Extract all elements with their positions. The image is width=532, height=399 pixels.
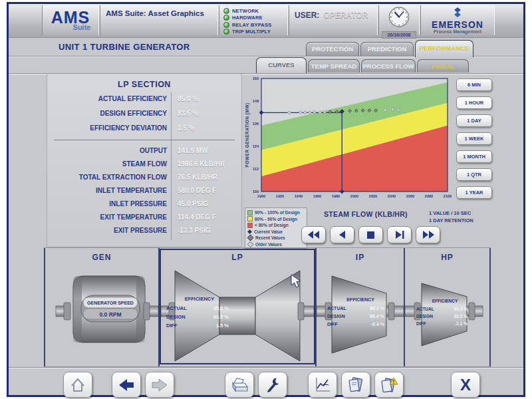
svg-text:1920: 1920 — [276, 194, 284, 198]
legend-label: < 80% of Design — [255, 223, 289, 227]
hardware-led-label: HARDWARE — [232, 15, 263, 21]
report-icon — [346, 376, 365, 394]
row-value: 141.9 MW — [178, 147, 208, 154]
step-forward-button[interactable] — [387, 226, 412, 243]
time-button-1hour[interactable]: 1 HOUR — [456, 96, 492, 109]
lp-actual-value: 85.0 % — [213, 305, 229, 311]
tab-curves[interactable]: CURVES — [256, 57, 307, 73]
rewind-button[interactable] — [301, 226, 326, 243]
lp-row-total-extraction-flow: TOTAL EXTRACTION FLOW76.5 KLB/HR — [47, 174, 241, 186]
lp-diff-label: DIFF — [166, 323, 178, 329]
lp-section-title: LP SECTION — [47, 80, 241, 89]
print-button[interactable] — [225, 372, 254, 398]
lp-row-exit-temperature: EXIT TEMPERATURE114.4 DEG F — [47, 213, 241, 225]
forward-button[interactable] — [145, 372, 174, 398]
ip-design-label: DESIGN — [327, 314, 345, 319]
lp-row-output: OUTPUT141.9 MW — [47, 147, 241, 159]
row-value: 1986.6 KLB/HR — [178, 160, 225, 168]
tab-protection[interactable]: PROTECTION — [306, 42, 359, 56]
exit-x-label: X — [460, 376, 471, 394]
row-label: INLET TEMPERATURE — [96, 187, 167, 194]
back-button[interactable] — [112, 372, 141, 398]
time-button-1year[interactable]: 1 YEAR — [456, 186, 492, 199]
forward-arrow-icon — [151, 378, 168, 392]
lp-row-design-efficiency: DESIGN EFFICIENCY83.5 % — [47, 110, 241, 122]
lp-row-inlet-pressure: INLET PRESSURE45.0 PSIG — [47, 200, 241, 212]
user-value: OPERATOR — [323, 11, 368, 20]
fast-forward-button[interactable] — [416, 226, 440, 243]
row-label: OUTPUT — [140, 147, 167, 154]
time-button-1month[interactable]: 1 MONTH — [456, 150, 492, 163]
hardware-led-icon — [223, 15, 229, 21]
relay-bypass-led-label: RELAY BYPASS — [232, 22, 271, 28]
row-label: EFFICIENCY DEVIATION — [90, 124, 167, 132]
legend-current-diamond-icon — [247, 229, 252, 234]
lp-actual-label: ACTUAL — [166, 305, 187, 311]
tab-fiscal[interactable]: FISCAL — [417, 59, 469, 72]
status-row-relay-bypass: RELAY BYPASS — [223, 21, 287, 28]
home-icon — [69, 376, 86, 394]
svg-text:POWER GENERATION (MW): POWER GENERATION (MW) — [245, 102, 250, 167]
alarm-report-button[interactable] — [374, 372, 404, 398]
trend-button[interactable] — [308, 372, 337, 398]
tools-button[interactable] — [258, 372, 287, 398]
time-button-6min[interactable]: 6 MIN — [456, 78, 492, 91]
ip-design-value: 86.4 % — [370, 314, 385, 319]
legend-red-swatch-icon — [247, 223, 253, 228]
emerson-brand-name: EMERSON — [421, 21, 494, 29]
tab-temp-spread[interactable]: TEMP SPREAD — [308, 59, 360, 72]
hp-diff-value: -2.1 % — [455, 321, 467, 326]
home-button[interactable] — [63, 372, 92, 398]
wrench-icon — [264, 376, 281, 394]
performance-curve-chart[interactable]: 1900192019401960198020002020204020602080… — [243, 73, 457, 206]
lp-turbine-section[interactable]: LP EFFICIENCY ACTUAL 85.0 % DESIGN 83.5 … — [161, 248, 314, 366]
step-back-button[interactable] — [330, 226, 354, 243]
stop-button[interactable] — [358, 226, 383, 243]
tab-performance[interactable]: PERFORMANCE — [415, 40, 473, 57]
generator-speed-label: GENERATOR SPEED — [87, 301, 134, 305]
relay-bypass-led-icon — [223, 22, 229, 28]
hp-actual-label: ACTUAL — [416, 307, 434, 311]
legend-older-diamond-icon — [247, 241, 254, 247]
lp-turbine-title: LP — [161, 253, 314, 262]
turbine-train-panel: GEN GENERATOR SPEED 0.0 RPM LP — [44, 247, 491, 367]
row-label: ACTUAL EFFICIENCY — [98, 95, 167, 102]
lp-row-inlet-temperature: INLET TEMPERATURE580.0 DEG F — [47, 187, 241, 199]
emerson-logo-icon — [452, 7, 464, 18]
svg-text:136: 136 — [253, 122, 259, 126]
retention-note: 1 VALUE / 10 SEC 1 DAY RETENTION — [429, 209, 473, 224]
hp-turbine-section[interactable]: HP EFFICIENCY ACTUAL 81.4 % DESIGN 83.5 … — [405, 248, 489, 366]
row-value: 85.0 % — [178, 95, 198, 102]
divider — [9, 367, 523, 368]
svg-text:1960: 1960 — [313, 194, 321, 198]
lp-turbine-graphic: EFFICIENCY ACTUAL 85.0 % DESIGN 83.5 % D… — [161, 265, 314, 364]
status-row-hardware: HARDWARE — [223, 15, 287, 21]
ip-actual-label: ACTUAL — [327, 306, 346, 311]
time-button-1day[interactable]: 1 DAY — [456, 114, 492, 127]
status-row-trip-multiply: TRIP MULTIPLY — [223, 29, 287, 35]
svg-text:2080: 2080 — [425, 194, 433, 198]
divider — [489, 248, 491, 366]
ams-logo: AMS Suite — [42, 5, 99, 35]
emerson-brand-tagline: Process Management — [421, 29, 494, 34]
svg-text:1980: 1980 — [332, 194, 340, 198]
tab-process-flow[interactable]: PROCESS FLOW — [361, 59, 416, 72]
row-label: TOTAL EXTRACTION FLOW — [79, 174, 167, 181]
app-title: AMS Suite: Asset Graphics — [100, 5, 217, 17]
fast-forward-icon — [422, 231, 434, 239]
generator-section[interactable]: GEN GENERATOR SPEED 0.0 RPM — [45, 248, 158, 366]
main-window: AMS Suite AMS Suite: Asset Graphics NETW… — [7, 2, 525, 397]
stop-icon — [367, 231, 374, 239]
lp-diff-value: 1.5 % — [216, 323, 229, 329]
exit-button[interactable]: X — [451, 372, 480, 398]
row-label: STEAM FLOW — [122, 160, 167, 168]
tab-prediction[interactable]: PREDICTION — [360, 42, 414, 56]
ip-diff-label: DIFF — [327, 322, 338, 327]
clock-cell[interactable]: 20/10/2008 — [378, 5, 420, 35]
ip-turbine-section[interactable]: IP EFFICIENCY ACTUAL 86.0 % DESIGN 86.4 … — [317, 248, 404, 366]
header-bar: AMS Suite AMS Suite: Asset Graphics NETW… — [9, 4, 523, 38]
time-button-1qtr[interactable]: 1 QTR — [456, 168, 492, 181]
ip-turbine-title: IP — [317, 253, 404, 262]
report-button[interactable] — [341, 372, 370, 398]
time-button-1week[interactable]: 1 WEEK — [456, 132, 492, 145]
